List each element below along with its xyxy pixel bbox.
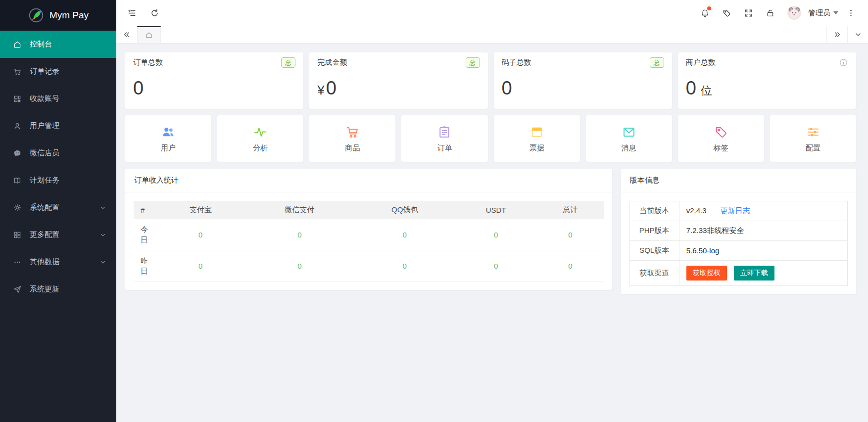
sidebar-item-order-records[interactable]: 订单记录 [0, 58, 116, 85]
tag-tool-button[interactable] [717, 3, 736, 22]
stat-card-total-orders: 订单总数 总 0 [125, 52, 303, 109]
lock-screen-button[interactable] [761, 3, 779, 22]
shortcuts-row: 用户 分析 商品 [125, 115, 856, 162]
tabs-menu-button[interactable] [847, 26, 868, 43]
sidebar-item-scheduled-tasks[interactable]: 计划任务 [0, 167, 116, 194]
chevron-down-icon [99, 259, 106, 266]
double-chevron-left-icon [123, 31, 131, 39]
notifications-button[interactable] [695, 3, 714, 22]
column-header: 微信支付 [244, 201, 354, 219]
sidebar-item-label: 用户管理 [30, 121, 106, 131]
stat-card-title: 商户总数 [686, 58, 716, 67]
sidebar-item-more-config[interactable]: 更多配置 [0, 221, 116, 248]
collapse-menu-button[interactable] [122, 3, 141, 22]
get-authorization-button[interactable]: 获取授权 [686, 266, 727, 281]
shortcut-orders[interactable]: 订单 [401, 115, 487, 162]
shortcut-settings[interactable]: 配置 [770, 115, 856, 162]
user-menu[interactable]: 管理员 [808, 8, 838, 18]
unlock-icon [766, 8, 775, 18]
row-label: 昨日 [134, 250, 156, 281]
sidebar-item-system-config[interactable]: 系统配置 [0, 194, 116, 221]
top-bar: 管理员 [116, 0, 868, 26]
tabs-scroll-left-button[interactable] [116, 26, 137, 43]
sidebar-item-label: 系统配置 [30, 203, 99, 212]
tab-bar-spacer [161, 26, 826, 43]
sidebar-menu: 控制台 订单记录 收款账号 用户管理 [0, 31, 116, 422]
shortcut-analytics[interactable]: 分析 [217, 115, 303, 162]
grid-icon [13, 231, 22, 239]
stat-card-total-merchants: 商户总数 0 位 [678, 52, 856, 109]
shortcut-users[interactable]: 用户 [125, 115, 211, 162]
shortcut-tags[interactable]: 标签 [678, 115, 764, 162]
sidebar-item-label: 更多配置 [30, 230, 99, 239]
sidebar-item-dashboard[interactable]: 控制台 [0, 31, 116, 58]
users-icon [161, 124, 176, 140]
shortcut-tickets[interactable]: 票据 [494, 115, 580, 162]
column-header: # [134, 201, 156, 219]
row-label: 当前版本 [629, 201, 679, 221]
cell-value: 0 [455, 219, 537, 250]
sidebar-item-label: 系统更新 [30, 284, 106, 294]
clipboard-icon [437, 124, 452, 140]
avatar[interactable] [787, 6, 801, 20]
version-table: 当前版本 v2.4.3 更新日志 PHP版本 7.2.33非线程安全 [629, 201, 848, 286]
user-icon [13, 122, 22, 131]
shortcut-products[interactable]: 商品 [309, 115, 395, 162]
more-options-button[interactable] [841, 3, 860, 22]
shortcut-label: 配置 [806, 143, 820, 153]
shortcut-messages[interactable]: 消息 [586, 115, 672, 162]
php-version-value: 7.2.33非线程安全 [679, 221, 847, 241]
info-icon[interactable] [839, 58, 848, 67]
column-header: 总计 [537, 201, 603, 219]
window-icon [530, 124, 544, 140]
sidebar-item-other-data[interactable]: 其他数据 [0, 248, 116, 276]
stat-card-total-codes: 码子总数 总 0 [494, 52, 672, 109]
top-bar-right: 管理员 [695, 3, 860, 22]
row-label: 获取渠道 [629, 261, 679, 286]
sidebar-item-label: 订单记录 [30, 67, 106, 76]
sidebar-item-label: 其他数据 [30, 257, 99, 267]
fullscreen-button[interactable] [739, 3, 758, 22]
app-window: Mym Pay 控制台 订单记录 收款账号 [0, 0, 868, 422]
more-vertical-icon [846, 8, 856, 18]
shortcut-label: 商品 [345, 143, 360, 153]
panels-row: 订单收入统计 # 支付宝 微信支付 QQ钱包 USDT 总计 [125, 169, 856, 294]
version-row-current: 当前版本 v2.4.3 更新日志 [629, 201, 847, 221]
stat-card-title: 码子总数 [502, 58, 531, 67]
sql-version-value: 5.6.50-log [679, 241, 847, 261]
total-badge: 总 [281, 57, 295, 68]
dashboard-content: 订单总数 总 0 完成金额 总 ¥ 0 [116, 44, 868, 422]
tab-home[interactable] [137, 26, 161, 43]
stat-card-title: 完成金额 [317, 58, 347, 67]
sidebar-item-system-update[interactable]: 系统更新 [0, 276, 116, 303]
refresh-icon [150, 8, 159, 18]
refresh-button[interactable] [145, 3, 164, 22]
download-now-button[interactable]: 立即下载 [734, 266, 774, 281]
top-bar-left [122, 3, 164, 22]
column-header: QQ钱包 [354, 201, 455, 219]
stat-card-value: 0 [326, 78, 337, 99]
tag-icon [714, 124, 728, 140]
chevron-down-icon [99, 232, 106, 238]
table-header-row: # 支付宝 微信支付 QQ钱包 USDT 总计 [134, 201, 604, 219]
shortcut-label: 用户 [161, 143, 176, 153]
sidebar-item-label: 计划任务 [30, 176, 106, 185]
shortcut-label: 消息 [622, 143, 636, 153]
main-area: 管理员 [116, 0, 868, 422]
cell-value: 0 [537, 250, 603, 281]
cell-value: 0 [244, 219, 354, 250]
avatar-image [787, 6, 801, 20]
sidebar-item-wechat-clerk[interactable]: 微信店员 [0, 140, 116, 167]
changelog-link[interactable]: 更新日志 [721, 206, 750, 215]
row-label: SQL版本 [629, 241, 679, 261]
cell-value: 0 [156, 219, 244, 250]
sidebar-item-user-management[interactable]: 用户管理 [0, 112, 116, 140]
stat-card-value: 0 [502, 78, 512, 99]
brand-name: Mym Pay [49, 10, 89, 21]
tabs-scroll-right-button[interactable] [826, 26, 847, 43]
sidebar-item-payment-accounts[interactable]: 收款账号 [0, 85, 116, 112]
version-row-sql: SQL版本 5.6.50-log [629, 241, 847, 261]
version-info-panel: 版本信息 当前版本 v2.4.3 更新日志 PHP版本 [621, 169, 856, 294]
rocket-logo-icon [28, 7, 45, 24]
cell-value: 0 [244, 250, 354, 281]
